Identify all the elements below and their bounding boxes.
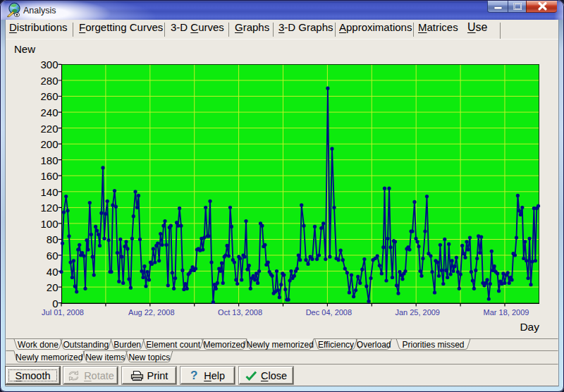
svg-text:Efficiency: Efficiency bbox=[318, 340, 354, 350]
svg-text:New: New bbox=[14, 43, 35, 55]
svg-text:Mar 18, 2009: Mar 18, 2009 bbox=[484, 308, 529, 317]
svg-text:120: 120 bbox=[40, 202, 58, 214]
svg-text:Priorities missed: Priorities missed bbox=[402, 340, 464, 350]
svg-text:260: 260 bbox=[40, 90, 58, 102]
svg-text:Dec 04, 2008: Dec 04, 2008 bbox=[306, 308, 352, 317]
svg-text:Outstanding: Outstanding bbox=[63, 340, 109, 350]
svg-text:New topics: New topics bbox=[128, 353, 170, 362]
svg-text:Work done: Work done bbox=[18, 340, 59, 350]
svg-text:Jan 25, 2009: Jan 25, 2009 bbox=[395, 308, 440, 317]
svg-text:New items: New items bbox=[85, 353, 125, 362]
svg-text:Aug 22, 2008: Aug 22, 2008 bbox=[128, 308, 174, 317]
svg-text:20: 20 bbox=[47, 281, 59, 293]
svg-text:Element count: Element count bbox=[146, 340, 200, 350]
svg-text:200: 200 bbox=[40, 138, 58, 150]
svg-text:Overload: Overload bbox=[357, 340, 391, 350]
svg-text:Oct 13, 2008: Oct 13, 2008 bbox=[218, 308, 262, 317]
svg-text:220: 220 bbox=[40, 123, 58, 135]
svg-text:Newly memorized: Newly memorized bbox=[16, 353, 82, 362]
svg-text:Memorized: Memorized bbox=[203, 340, 245, 350]
svg-text:Jul 01, 2008: Jul 01, 2008 bbox=[42, 308, 84, 317]
svg-text:240: 240 bbox=[40, 106, 58, 118]
svg-text:40: 40 bbox=[47, 266, 59, 278]
svg-text:300: 300 bbox=[40, 59, 58, 71]
svg-text:280: 280 bbox=[40, 75, 58, 87]
svg-text:Burden: Burden bbox=[114, 340, 141, 350]
svg-text:160: 160 bbox=[40, 170, 58, 182]
svg-text:180: 180 bbox=[40, 154, 58, 166]
svg-text:100: 100 bbox=[40, 218, 58, 230]
svg-text:Day: Day bbox=[520, 321, 539, 333]
svg-text:80: 80 bbox=[47, 233, 59, 245]
svg-text:Newly memorized: Newly memorized bbox=[247, 340, 314, 350]
svg-text:60: 60 bbox=[47, 250, 59, 262]
svg-text:140: 140 bbox=[40, 186, 58, 198]
